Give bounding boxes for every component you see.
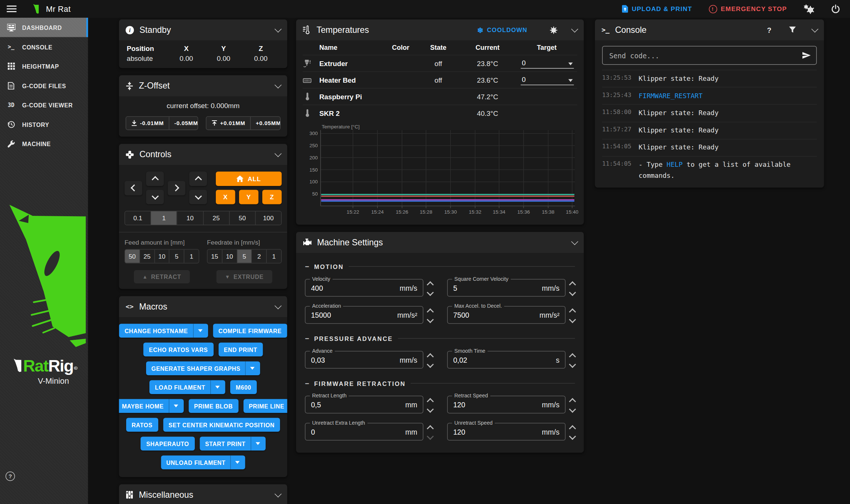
feedrate-option-selected[interactable]: 5 [236, 250, 251, 263]
theme-help-icon[interactable]: ? [6, 472, 15, 481]
section-motion[interactable]: − MOTION [305, 263, 575, 270]
jog-x-plus-button[interactable] [168, 181, 186, 195]
advance-field[interactable]: Advance 0,03 mm/s [305, 351, 424, 369]
macro-generate-shaper-graphs-button[interactable]: GENERATE SHAPER GRAPHS [146, 362, 260, 376]
macro-set-center-kinematic-position-button[interactable]: SET CENTER KINEMATIC POSITION [163, 418, 280, 432]
retract-button[interactable]: ▲RETRACT [134, 270, 190, 283]
decrement-button[interactable] [569, 406, 576, 413]
feedrate-option[interactable]: 15 [208, 250, 222, 263]
power-button[interactable] [830, 3, 841, 14]
jog-z-minus-button[interactable] [189, 190, 207, 204]
increment-button[interactable] [427, 425, 434, 432]
target-select[interactable]: 0 [521, 58, 574, 68]
feed-option[interactable]: 10 [154, 250, 169, 263]
square-corner-velocity-field[interactable]: Square Corner Velocity 5 mm/s [447, 279, 566, 297]
step-option[interactable]: 100 [255, 211, 281, 225]
gear-icon[interactable] [550, 26, 558, 34]
feedrate-option[interactable]: 10 [222, 250, 236, 263]
section-pressure-advance[interactable]: − PRESSURE ADVANCE [305, 335, 575, 342]
retract-speed-field[interactable]: Retract Speed 120 mm/s [447, 396, 566, 414]
feed-option[interactable]: 5 [169, 250, 184, 263]
sidebar-item-console[interactable]: >_ CONSOLE [0, 37, 88, 57]
smooth-time-field[interactable]: Smooth Time 0,02 s [447, 351, 566, 369]
macro-shaperauto-button[interactable]: SHAPERAUTO [141, 437, 194, 451]
step-option-selected[interactable]: 1 [151, 211, 177, 225]
max-accel-to-decel-field[interactable]: Max Accel. to Decel. 7500 mm/s² [447, 306, 566, 324]
sidebar-item-heightmap[interactable]: HEIGHTMAP [0, 56, 88, 76]
jog-y-minus-button[interactable] [146, 190, 164, 204]
unretract-extra-length-field[interactable]: Unretract Extra Length 0 mm [305, 423, 424, 441]
sidebar-item-dashboard[interactable]: DASHBOARD [0, 18, 88, 37]
decrement-button[interactable] [427, 361, 434, 368]
temperature-chart[interactable]: Temperature [°C] 50 100 150 200 250 300 … [296, 121, 584, 225]
console-input[interactable] [608, 51, 798, 60]
collapse-chevron-icon[interactable] [571, 25, 578, 32]
clickable-command[interactable]: FIRMWARE_RESTART [639, 91, 702, 101]
home-x-button[interactable]: X [216, 190, 235, 204]
step-option[interactable]: 0.1 [125, 211, 151, 225]
z-offset-up-small-button[interactable]: +0.01MM [206, 117, 250, 130]
collapse-chevron-icon[interactable] [811, 25, 818, 32]
decrement-button[interactable] [569, 433, 576, 440]
filter-icon[interactable] [789, 27, 796, 33]
decrement-button[interactable] [569, 289, 576, 296]
macro-compile-firmware-button[interactable]: COMPILE FIRMWARE [213, 324, 287, 338]
collapse-chevron-icon[interactable] [274, 25, 281, 32]
home-all-button[interactable]: ALL [216, 172, 282, 186]
feedrate-option[interactable]: 1 [266, 250, 281, 263]
step-option[interactable]: 10 [177, 211, 203, 225]
feedrate-option[interactable]: 2 [252, 250, 266, 263]
increment-button[interactable] [427, 308, 434, 315]
increment-button[interactable] [569, 308, 576, 315]
collapse-chevron-icon[interactable] [274, 81, 281, 88]
macro-unload-filament-button[interactable]: UNLOAD FILAMENT [161, 456, 245, 470]
increment-button[interactable] [427, 353, 434, 360]
macro-m600-button[interactable]: M600 [230, 380, 257, 394]
velocity-field[interactable]: Velocity 400 mm/s [305, 279, 424, 297]
step-option[interactable]: 25 [203, 211, 229, 225]
macro-prime-line-button[interactable]: PRIME LINE [243, 399, 287, 413]
retract-length-field[interactable]: Retract Length 0,5 mm [305, 396, 424, 414]
feed-option-selected[interactable]: 50 [125, 250, 139, 263]
interface-settings-button[interactable] [802, 3, 816, 15]
collapse-chevron-icon[interactable] [274, 302, 281, 309]
macro-load-filament-button[interactable]: LOAD FILAMENT [149, 380, 225, 394]
cooldown-button[interactable]: ❄ COOLDOWN [474, 25, 531, 35]
decrement-button[interactable] [569, 361, 576, 368]
clickable-command[interactable]: HELP [667, 161, 683, 169]
z-offset-up-big-button[interactable]: +0.05MM [250, 117, 280, 130]
z-offset-down-small-button[interactable]: -0.01MM [126, 117, 169, 130]
collapse-chevron-icon[interactable] [571, 238, 578, 245]
macro-start-print-button[interactable]: START PRINT [200, 437, 266, 451]
macro-change-hostname-button[interactable]: CHANGE HOSTNAME [119, 324, 208, 338]
increment-button[interactable] [569, 398, 576, 405]
console-help-button[interactable]: ? [767, 26, 771, 34]
decrement-button[interactable] [427, 289, 434, 296]
emergency-stop-button[interactable]: ! EMERGENCY STOP [708, 3, 788, 15]
home-z-button[interactable]: Z [262, 190, 282, 204]
increment-button[interactable] [427, 398, 434, 405]
sidebar-item-machine[interactable]: MACHINE [0, 134, 88, 153]
macro-end-print-button[interactable]: END PRINT [218, 343, 263, 357]
jog-x-minus-button[interactable] [125, 181, 142, 195]
feed-option[interactable]: 1 [184, 250, 198, 263]
sidebar-item-history[interactable]: HISTORY [0, 115, 88, 134]
decrement-button[interactable] [569, 316, 576, 323]
decrement-button[interactable] [427, 433, 434, 440]
macro-prime-blob-button[interactable]: PRIME BLOB [189, 399, 238, 413]
target-select[interactable]: 0 [521, 75, 574, 85]
increment-button[interactable] [569, 425, 576, 432]
increment-button[interactable] [569, 353, 576, 360]
hamburger-menu-icon[interactable] [7, 6, 17, 12]
sidebar-item-gcode-files[interactable]: G-CODE FILES [0, 76, 88, 96]
home-y-button[interactable]: Y [239, 190, 259, 204]
send-icon[interactable] [802, 52, 811, 59]
feed-option[interactable]: 25 [139, 250, 154, 263]
macro-ratos-button[interactable]: RATOS [126, 418, 158, 432]
upload-print-button[interactable]: UPLOAD & PRINT [621, 3, 693, 15]
macro-echo-ratos-vars-button[interactable]: ECHO RATOS VARS [144, 343, 214, 357]
extrude-button[interactable]: ▼EXTRUDE [216, 270, 273, 283]
collapse-chevron-icon[interactable] [274, 490, 281, 497]
collapse-chevron-icon[interactable] [274, 150, 281, 157]
console-log[interactable]: 13:25:53 Klipper state: Ready 13:25:43 F… [602, 70, 817, 179]
